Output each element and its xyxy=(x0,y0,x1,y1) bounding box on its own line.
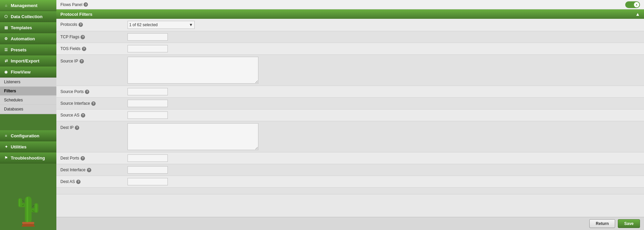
toggle-track xyxy=(625,1,640,8)
sidebar-item-flowview[interactable]: ◉ FlowView xyxy=(0,66,56,78)
main-content: Flows Panel ? Protocol Filters ▲ Protoco… xyxy=(56,0,644,230)
source-ip-help-icon[interactable]: ? xyxy=(80,59,84,63)
return-button[interactable]: Return xyxy=(589,219,615,228)
dest-as-field xyxy=(128,178,640,185)
dest-ports-input[interactable] xyxy=(128,154,168,162)
dest-ports-help-icon[interactable]: ? xyxy=(81,156,85,160)
sidebar-item-configuration[interactable]: ≡ Configuration xyxy=(0,130,56,141)
sidebar-item-presets[interactable]: ☰ Presets xyxy=(0,44,56,55)
tcp-flags-input[interactable] xyxy=(128,33,168,41)
dest-ip-label: Dest IP ? xyxy=(60,123,128,130)
source-interface-row: Source Interface ? xyxy=(56,98,644,109)
svg-line-12 xyxy=(32,205,34,206)
source-interface-input[interactable] xyxy=(128,100,168,107)
dest-interface-input[interactable] xyxy=(128,166,168,174)
tcp-flags-field xyxy=(128,33,640,41)
sidebar-item-utilities[interactable]: ✦ Utilities xyxy=(0,141,56,152)
dest-interface-field xyxy=(128,166,640,174)
protocols-dropdown[interactable]: 1 of 62 selected ▼ xyxy=(128,21,195,29)
source-interface-field xyxy=(128,100,640,107)
tos-fields-row: TOS Fields ? xyxy=(56,43,644,55)
source-ports-input[interactable] xyxy=(128,88,168,95)
flowview-icon: ◉ xyxy=(3,69,9,75)
utilities-icon: ✦ xyxy=(3,144,9,149)
import-export-icon: ⇄ xyxy=(3,58,9,63)
dest-ports-row: Dest Ports ? xyxy=(56,152,644,164)
sidebar-item-filters[interactable]: Filters xyxy=(0,87,56,96)
tcp-flags-label: TCP Flags ? xyxy=(60,33,128,39)
content-area: Protocols ? 1 of 62 selected ▼ TCP Flags… xyxy=(56,19,644,217)
sidebar-item-automation[interactable]: ⚙ Automation xyxy=(0,33,56,44)
source-ip-textarea[interactable] xyxy=(128,57,258,84)
flows-panel-toggle[interactable] xyxy=(625,1,640,8)
dest-as-label: Dest AS ? xyxy=(60,178,128,184)
svg-rect-9 xyxy=(36,204,37,212)
source-ports-help-icon[interactable]: ? xyxy=(85,90,89,94)
flows-panel-help-icon[interactable]: ? xyxy=(84,2,88,7)
presets-icon: ☰ xyxy=(3,47,9,52)
protocols-help-icon[interactable]: ? xyxy=(79,22,83,27)
sidebar-item-listeners[interactable]: Listeners xyxy=(0,78,56,87)
collapse-button[interactable]: ▲ xyxy=(635,11,640,17)
source-ports-field xyxy=(128,88,640,95)
source-ip-label: Source IP ? xyxy=(60,57,128,63)
sidebar-item-troubleshooting[interactable]: ⚑ Troubleshooting xyxy=(0,152,56,164)
source-interface-help-icon[interactable]: ? xyxy=(91,101,96,106)
save-button[interactable]: Save xyxy=(618,219,640,228)
data-collection-icon: ⬡ xyxy=(3,14,9,19)
source-as-help-icon[interactable]: ? xyxy=(81,113,85,118)
spacer-row xyxy=(56,188,644,194)
templates-icon: ▤ xyxy=(3,25,9,30)
flows-panel-label: Flows Panel ? xyxy=(60,2,88,7)
sidebar-item-templates[interactable]: ▤ Templates xyxy=(0,22,56,33)
protocol-filters-header: Protocol Filters ▲ xyxy=(56,9,644,19)
dest-ip-help-icon[interactable]: ? xyxy=(75,126,79,130)
sidebar-item-import-export[interactable]: ⇄ Import/Export xyxy=(0,55,56,66)
cactus-decoration xyxy=(0,180,56,230)
tcp-flags-help-icon[interactable]: ? xyxy=(81,35,85,39)
tos-fields-label: TOS Fields ? xyxy=(60,45,128,51)
sidebar-item-management[interactable]: ⌂ Management xyxy=(0,0,56,11)
dropdown-arrow-icon: ▼ xyxy=(189,22,193,27)
sidebar-item-schedules[interactable]: Schedules xyxy=(0,96,56,105)
svg-rect-8 xyxy=(19,199,20,206)
sidebar-item-databases[interactable]: Databases xyxy=(0,105,56,114)
source-as-field xyxy=(128,111,640,119)
management-icon: ⌂ xyxy=(3,3,9,8)
dest-ip-field xyxy=(128,123,640,150)
flows-panel-row: Flows Panel ? xyxy=(56,0,644,9)
tcp-flags-row: TCP Flags ? xyxy=(56,31,644,43)
dest-ports-field xyxy=(128,154,640,162)
footer: Return Save xyxy=(56,217,644,230)
troubleshooting-icon: ⚑ xyxy=(3,155,9,160)
tos-fields-help-icon[interactable]: ? xyxy=(82,47,86,51)
sidebar-sub-menu: Listeners Filters Schedules Databases xyxy=(0,78,56,114)
sidebar: ⌂ Management ⬡ Data Collection ▤ Templat… xyxy=(0,0,56,230)
protocols-label: Protocols ? xyxy=(60,21,128,27)
svg-rect-6 xyxy=(22,222,34,224)
svg-line-10 xyxy=(22,200,24,201)
dest-ip-row: Dest IP ? xyxy=(56,121,644,152)
dest-as-row: Dest AS ? xyxy=(56,176,644,188)
source-ip-row: Source IP ? xyxy=(56,55,644,86)
dest-as-input[interactable] xyxy=(128,178,168,185)
source-ip-field xyxy=(128,57,640,84)
source-ports-row: Source Ports ? xyxy=(56,86,644,98)
source-interface-label: Source Interface ? xyxy=(60,100,128,106)
tos-fields-input[interactable] xyxy=(128,45,168,52)
toggle-knob xyxy=(634,2,639,7)
source-as-label: Source AS ? xyxy=(60,111,128,118)
protocols-row: Protocols ? 1 of 62 selected ▼ xyxy=(56,19,644,31)
source-as-input[interactable] xyxy=(128,111,168,119)
configuration-icon: ≡ xyxy=(3,133,9,138)
dest-interface-row: Dest Interface ? xyxy=(56,164,644,176)
automation-icon: ⚙ xyxy=(3,36,9,41)
protocols-field: 1 of 62 selected ▼ xyxy=(128,21,640,29)
dest-ip-textarea[interactable] xyxy=(128,123,258,150)
sidebar-item-data-collection[interactable]: ⬡ Data Collection xyxy=(0,11,56,22)
source-as-row: Source AS ? xyxy=(56,109,644,121)
dest-as-help-icon[interactable]: ? xyxy=(76,180,81,184)
source-ports-label: Source Ports ? xyxy=(60,88,128,94)
dest-interface-help-icon[interactable]: ? xyxy=(87,168,91,172)
svg-rect-7 xyxy=(27,197,28,223)
